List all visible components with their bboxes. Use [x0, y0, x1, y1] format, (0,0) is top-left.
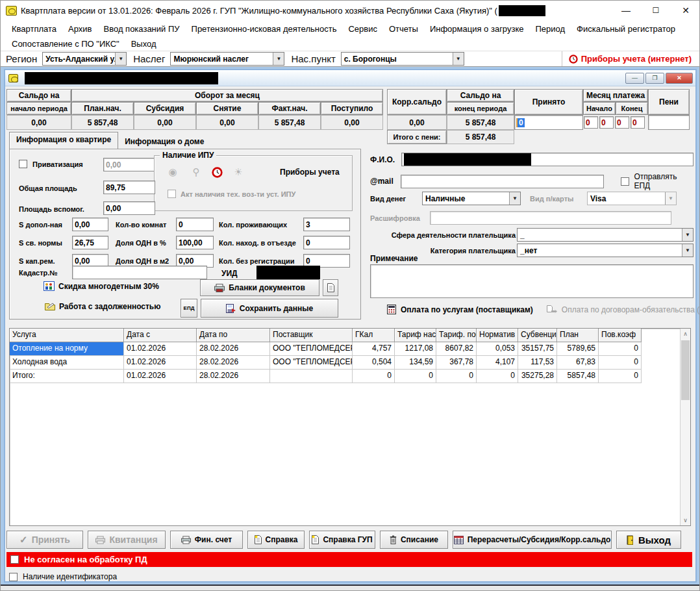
- residents-input[interactable]: 3: [303, 218, 350, 231]
- tab-apartment-info[interactable]: Информация о квартире: [9, 132, 118, 149]
- table-cell[interactable]: Отопление на норму: [10, 342, 124, 356]
- table-cell[interactable]: 01.02.2026: [124, 342, 197, 356]
- child-close-button[interactable]: ✕: [666, 73, 693, 84]
- spravka-gup-button[interactable]: Справка ГУП: [309, 531, 375, 549]
- table-cell[interactable]: 28.02.2026: [197, 356, 270, 370]
- table-cell[interactable]: 67,83: [557, 356, 599, 370]
- naspunkt-select[interactable]: с. Борогонцы ▼: [341, 52, 464, 66]
- menu-pretenzionno[interactable]: Претензионно-исковая деятельность: [186, 23, 343, 35]
- table-row[interactable]: Итого:01.02.202628.02.2026000035275,2858…: [10, 370, 690, 383]
- table-cell[interactable]: ООО "ТЕПЛОМЕДСЕРВИ: [270, 356, 353, 370]
- table-cell[interactable]: 0: [395, 370, 436, 383]
- column-header[interactable]: Поставщик: [270, 329, 353, 342]
- chevron-down-icon[interactable]: ▼: [273, 53, 284, 65]
- region-select[interactable]: Усть-Алданский улус ▼: [42, 52, 127, 66]
- month-end-2-input[interactable]: 0: [631, 116, 645, 129]
- chevron-down-icon[interactable]: ▼: [115, 53, 126, 65]
- s-norm-input[interactable]: 26,75: [72, 236, 108, 249]
- receipt-button[interactable]: Квитанция: [88, 531, 166, 549]
- table-cell[interactable]: 0: [436, 370, 477, 383]
- column-header[interactable]: ГКал: [353, 329, 395, 342]
- ipu-act-checkbox[interactable]: [168, 190, 176, 198]
- meters-internet-button[interactable]: Приборы учета (интернет): [562, 51, 698, 66]
- menu-info-zagruzka[interactable]: Информация о загрузке: [424, 23, 530, 35]
- menu-servis[interactable]: Сервис: [342, 23, 383, 35]
- table-cell[interactable]: 0,504: [353, 356, 395, 370]
- pd-consent-checkbox[interactable]: [10, 555, 19, 564]
- table-row[interactable]: Отопление на норму01.02.202628.02.2026ОО…: [10, 342, 690, 356]
- column-header[interactable]: Пов.коэф: [599, 329, 642, 342]
- column-header[interactable]: Норматив: [477, 329, 518, 342]
- month-start-1-input[interactable]: 0: [584, 116, 598, 129]
- menu-vyhod[interactable]: Выход: [125, 38, 162, 50]
- spravka-button[interactable]: Справка: [247, 531, 305, 549]
- table-cell[interactable]: 35157,75: [518, 342, 557, 356]
- document-small-button[interactable]: [323, 279, 338, 296]
- fin-account-button[interactable]: Фин. счет: [170, 531, 243, 549]
- table-cell[interactable]: 8607,82: [436, 342, 477, 356]
- child-minimize-button[interactable]: —: [625, 73, 644, 84]
- table-cell[interactable]: 367,78: [436, 356, 477, 370]
- recalc-subsidy-button[interactable]: Перерасчеты/Субсидия/Корр.сальдо: [453, 531, 612, 549]
- kadastr-input[interactable]: [72, 266, 207, 279]
- save-data-button[interactable]: Сохранить данные: [201, 299, 338, 318]
- table-cell[interactable]: 01.02.2026: [124, 356, 197, 370]
- table-cell[interactable]: 0: [599, 342, 642, 356]
- epd-button[interactable]: ЕПД: [181, 299, 197, 318]
- table-cell[interactable]: Холодная вода: [10, 356, 124, 370]
- maximize-button[interactable]: ☐: [641, 1, 671, 20]
- menu-kvartplata[interactable]: Квартплата: [6, 23, 62, 35]
- menu-otchety[interactable]: Отчеты: [383, 23, 424, 35]
- card-type-select[interactable]: Visa▼: [587, 192, 677, 205]
- send-epd-checkbox[interactable]: [621, 177, 629, 186]
- table-cell[interactable]: 117,53: [518, 356, 557, 370]
- table-cell[interactable]: 0: [599, 356, 642, 370]
- column-header[interactable]: Дата по: [197, 329, 270, 342]
- close-button[interactable]: ✕: [671, 1, 700, 20]
- chevron-down-icon[interactable]: ▼: [509, 192, 520, 205]
- column-header[interactable]: Тариф нас.: [395, 329, 436, 342]
- scroll-up-icon[interactable]: ∧: [681, 329, 690, 339]
- menu-vvod-pokazaniy[interactable]: Ввод показаний ПУ: [98, 23, 186, 35]
- table-cell[interactable]: 35275,28: [518, 370, 557, 383]
- table-cell[interactable]: 4,107: [477, 356, 518, 370]
- fio-input[interactable]: [401, 153, 694, 166]
- document-blanks-button[interactable]: Бланки документов: [200, 279, 319, 296]
- away-input[interactable]: 0: [303, 236, 350, 249]
- aux-area-input[interactable]: 0,00: [103, 201, 155, 215]
- chevron-down-icon[interactable]: ▼: [682, 229, 693, 241]
- column-header[interactable]: Тариф. пост: [436, 329, 477, 342]
- pay-services-link[interactable]: Оплата по услугам (поставщикам): [401, 305, 533, 314]
- prinyato-input[interactable]: 0: [514, 115, 583, 130]
- table-cell[interactable]: 5857,48: [557, 370, 599, 383]
- month-end-1-input[interactable]: 0: [615, 116, 629, 129]
- s-dop-input[interactable]: 0,00: [72, 218, 108, 231]
- identifier-checkbox[interactable]: [9, 573, 18, 581]
- sphere-select[interactable]: _▼: [517, 228, 694, 242]
- money-type-select[interactable]: Наличные▼: [422, 192, 521, 205]
- mail-input[interactable]: [401, 175, 605, 188]
- chevron-down-icon[interactable]: ▼: [682, 244, 693, 257]
- privatization-input[interactable]: 0,00: [103, 158, 155, 171]
- column-header[interactable]: Услуга: [10, 329, 124, 342]
- vertical-scrollbar[interactable]: ∧ ∨: [680, 329, 690, 525]
- privatization-checkbox[interactable]: [19, 160, 27, 168]
- peni-input[interactable]: [648, 115, 690, 130]
- month-start-2-input[interactable]: 0: [599, 116, 614, 129]
- table-cell[interactable]: ООО "ТЕПЛОМЕДСЕРВИ: [270, 342, 353, 356]
- menu-sopostavlenie[interactable]: Сопоставление с ПО "ИКС": [6, 38, 125, 50]
- table-cell[interactable]: 01.02.2026: [124, 370, 197, 383]
- rooms-input[interactable]: 0: [176, 218, 214, 231]
- write-off-button[interactable]: Списание: [380, 531, 448, 549]
- scroll-down-icon[interactable]: ∨: [681, 515, 690, 525]
- minimize-button[interactable]: —: [611, 1, 641, 20]
- table-cell[interactable]: 28.02.2026: [197, 370, 270, 383]
- table-cell[interactable]: 4,757: [353, 342, 395, 356]
- table-cell[interactable]: 1217,08: [395, 342, 436, 356]
- nasleg-select[interactable]: Мюрюнский наслег ▼: [170, 52, 284, 66]
- table-cell[interactable]: Итого:: [10, 370, 124, 383]
- column-header[interactable]: Дата с: [124, 329, 197, 342]
- debt-work-link[interactable]: Работа с задолженностью: [45, 302, 160, 311]
- table-cell[interactable]: 28.02.2026: [197, 342, 270, 356]
- discount-link[interactable]: Скидка многодетным 30%: [44, 281, 159, 291]
